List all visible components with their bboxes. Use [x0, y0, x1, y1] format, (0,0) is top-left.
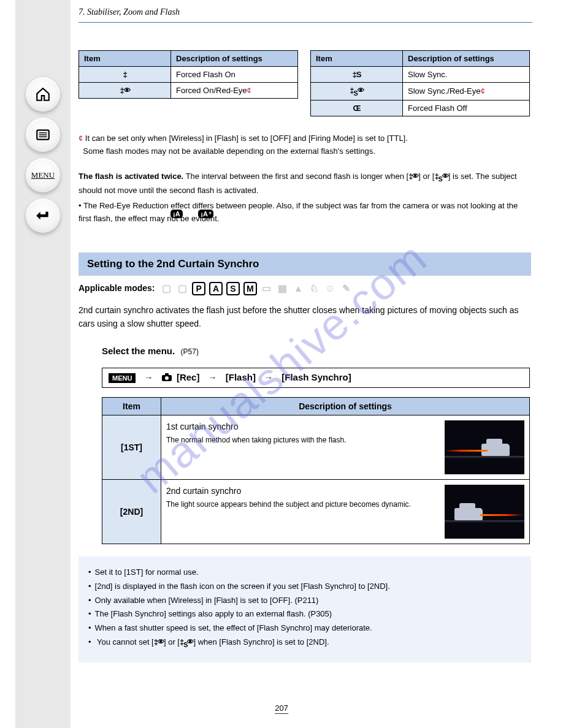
section-description: 2nd curtain synchro activates the flash …	[79, 304, 531, 330]
menu-path: MENU → [Rec] → [Flash] → [Flash Synchro]	[102, 368, 530, 388]
back-icon	[35, 208, 51, 224]
page-number: 207	[275, 703, 288, 714]
mode-s-icon: S	[226, 282, 240, 295]
ia-mode-icons: ¡A ¡A	[169, 208, 215, 218]
mode-pano-icon: ▦	[276, 282, 289, 295]
footnote-block: ¢ It can be set only when [Wireless] in …	[79, 132, 526, 158]
back-button[interactable]	[26, 199, 60, 233]
sync-option-1st: [1ST]	[102, 415, 161, 480]
flash-forced-desc: Forced Flash On	[171, 67, 298, 83]
page-reference[interactable]: (P211)	[294, 596, 318, 605]
first-curtain-illustration	[445, 420, 524, 474]
sync-table: Item Description of settings [1ST] 1st c…	[102, 397, 530, 544]
mode-ia-icon: ▢	[159, 282, 173, 295]
flash-behaviour-text: The flash is activated twice. The interv…	[79, 170, 526, 225]
mode-iaplus-icon: ▢	[175, 282, 189, 295]
header-rule	[79, 22, 532, 23]
home-button[interactable]	[26, 77, 60, 112]
toc-button[interactable]	[26, 118, 60, 152]
flash-forced-redeye-icon: ‡	[79, 83, 171, 99]
page-content: 7. Stabiliser, Zoom and Flash Item Descr…	[79, 0, 532, 23]
breadcrumb: 7. Stabiliser, Zoom and Flash	[79, 7, 180, 17]
applicable-modes: Applicable modes: ▢ ▢ P A S M ▭ ▦ ▲ ♘ ☺ …	[79, 278, 531, 299]
menu-button[interactable]: MENU	[26, 158, 60, 192]
select-menu-label: Select the menu. (P57)	[102, 346, 199, 356]
mode-p-icon: P	[192, 282, 205, 295]
sidebar: MENU	[15, 0, 71, 728]
note-item: [2nd] is displayed in the flash icon on …	[88, 580, 521, 593]
page-reference[interactable]: (P57)	[178, 347, 199, 356]
flash-mode-table-left: Item Description of settings ‡ Forced Fl…	[79, 50, 298, 99]
second-curtain-illustration	[445, 485, 524, 539]
note-item: When a fast shutter speed is set, the ef…	[88, 622, 521, 635]
table-header: Description of settings	[171, 51, 298, 67]
svg-rect-5	[165, 373, 169, 376]
mode-scene3-icon: ☺	[323, 282, 337, 295]
note-item: Set it to [1ST] for normal use.	[88, 566, 521, 579]
mode-scene1-icon: ▲	[291, 282, 305, 295]
menu-button-label: MENU	[31, 170, 55, 180]
svg-point-6	[165, 376, 169, 380]
note-item: Only available when [Wireless] in [Flash…	[88, 594, 521, 607]
home-icon	[35, 86, 51, 102]
note-item: You cannot set [‡] or [‡S] when [Flash S…	[88, 636, 521, 650]
mode-a-icon: A	[209, 282, 223, 295]
flash-slow-redeye-icon: ‡S	[311, 83, 403, 100]
note-item: The [Flash Synchro] settings also apply …	[88, 608, 521, 621]
section-heading: Setting to the 2nd Curtain Synchro	[79, 252, 531, 276]
flash-off-icon: Œ	[311, 100, 403, 116]
toc-icon	[35, 127, 51, 143]
flash-mode-table-right: Item Description of settings ‡S Slow Syn…	[310, 50, 530, 116]
flash-slow-redeye-desc: Slow Sync./Red-Eye¢	[403, 83, 530, 100]
mode-movie-icon: ▭	[260, 282, 274, 295]
sync-table-header: Description of settings	[161, 398, 530, 415]
table-header: Item	[79, 51, 171, 67]
sync-table-header: Item	[102, 398, 161, 415]
mode-creative-icon: ✎	[339, 282, 353, 295]
mode-scene2-icon: ♘	[307, 282, 321, 295]
table-header: Description of settings	[403, 51, 530, 67]
flash-off-desc: Forced Flash Off	[403, 100, 530, 116]
sync-desc-1st: 1st curtain synchro The normal method wh…	[161, 415, 530, 480]
flash-forced-icon: ‡	[79, 67, 171, 83]
mode-m-icon: M	[243, 282, 257, 295]
sync-desc-2nd: 2nd curtain synchro The light source app…	[161, 480, 530, 544]
flash-forced-redeye-desc: Forced On/Red-Eye¢	[171, 83, 298, 99]
table-header: Item	[311, 51, 403, 67]
page-reference[interactable]: (P305)	[308, 609, 332, 618]
sync-option-2nd: [2ND]	[102, 480, 161, 544]
camera-icon	[162, 373, 172, 384]
notes-block: Set it to [1ST] for normal use. [2nd] is…	[79, 556, 531, 662]
flash-slow-desc: Slow Sync.	[403, 67, 530, 83]
menu-chip: MENU	[109, 373, 136, 383]
flash-slow-icon: ‡S	[311, 67, 403, 83]
